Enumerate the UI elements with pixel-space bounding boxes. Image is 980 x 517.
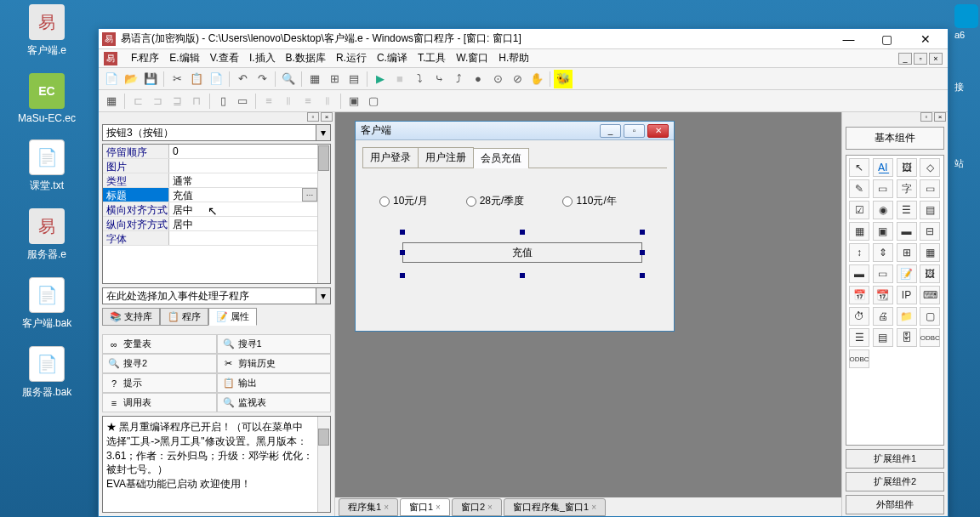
property-value[interactable]: 居中 (169, 217, 317, 230)
tool-ip[interactable]: IP (897, 286, 917, 304)
center-icon[interactable]: ▣ (345, 92, 363, 111)
cut-icon[interactable]: ✂ (168, 70, 186, 88)
tool-tab[interactable]: 📋输出 (217, 373, 332, 393)
tool-hotkey[interactable]: ⌨ (920, 286, 940, 304)
desktop-icon[interactable]: ECMaSu-EC.ec (9, 73, 85, 124)
tool-slider[interactable]: ⊟ (920, 222, 940, 241)
tool-tab[interactable]: ≡调用表 (102, 393, 217, 412)
property-row[interactable]: 横向对齐方式居中 (103, 202, 317, 217)
desktop-icon[interactable]: a6 (954, 4, 980, 55)
tool-picture[interactable]: 🖼 (897, 158, 917, 177)
form-titlebar[interactable]: 客户端 _ ▫ ✕ (356, 122, 674, 140)
breakpoint-icon[interactable]: ● (469, 70, 487, 88)
mdi-close[interactable]: × (929, 53, 943, 65)
menu-compile[interactable]: C.编译 (372, 49, 413, 67)
tool-popup[interactable]: ▤ (873, 328, 893, 347)
toolbox-ext2-button[interactable]: 扩展组件2 (846, 472, 944, 491)
align-left-icon[interactable]: ⊏ (128, 92, 147, 111)
tool-image[interactable]: 🖼 (920, 264, 940, 283)
tool-shape[interactable]: ◇ (920, 158, 940, 177)
tool-tree[interactable]: ⊞ (897, 243, 917, 262)
tool-checkbox[interactable]: ☑ (849, 201, 869, 219)
selection-handle[interactable] (520, 273, 525, 278)
tool-tab[interactable]: ?提示 (102, 373, 217, 393)
tool-edit[interactable]: ✎ (849, 179, 869, 198)
grid-icon[interactable]: ▦ (102, 92, 121, 111)
panel-dock-icon[interactable]: ▫ (307, 112, 319, 122)
form-maximize-icon[interactable]: ▫ (624, 124, 645, 138)
hand-icon[interactable]: ✋ (527, 70, 546, 88)
bee-icon[interactable]: 🐝 (554, 70, 573, 88)
selection-handle[interactable] (640, 250, 645, 255)
form-minimize-icon[interactable]: _ (600, 124, 621, 138)
tool-odbc[interactable]: ODBC (920, 328, 940, 347)
toolbox-external-button[interactable]: 外部组件 (846, 495, 944, 514)
close-button[interactable]: ✕ (906, 30, 944, 48)
property-row[interactable]: 标题充值… (103, 188, 317, 202)
desktop-icon[interactable]: 接 (954, 81, 980, 132)
property-value[interactable]: 0 (169, 145, 317, 158)
tool-tab[interactable]: 🔍搜寻1 (217, 334, 332, 354)
redo-icon[interactable]: ↷ (253, 70, 271, 88)
tool-text[interactable]: 字 (897, 179, 917, 198)
form-body[interactable]: 用户登录 用户注册 会员充值 10元/月 28元/季度 110元/年 充值 (356, 140, 674, 331)
tool-combo[interactable]: ▤ (920, 201, 940, 219)
layout-icon[interactable]: ▦ (305, 70, 324, 88)
menu-insert[interactable]: I.插入 (244, 49, 281, 67)
tab-program[interactable]: 📋 程序 (160, 308, 208, 326)
menu-program[interactable]: F.程序 (126, 49, 164, 67)
tool-timer[interactable]: ⏱ (849, 307, 869, 326)
property-row[interactable]: 字体 (103, 231, 317, 246)
minimize-button[interactable]: — (829, 30, 868, 48)
tool-odbc2[interactable]: ODBC (849, 349, 869, 368)
tab-properties[interactable]: 📝 属性 (208, 308, 257, 326)
property-row[interactable]: 纵向对齐方式居中 (103, 217, 317, 231)
tool-scroll[interactable]: ↕ (849, 243, 869, 262)
new-icon[interactable]: 📄 (102, 70, 121, 88)
open-icon[interactable]: 📂 (122, 70, 140, 88)
scrollbar[interactable] (317, 417, 330, 512)
tool-status[interactable]: ▭ (873, 264, 893, 283)
tool-spin[interactable]: ⇕ (873, 243, 893, 262)
tab-close-icon[interactable]: × (436, 503, 441, 512)
doc-tab[interactable]: 窗口2× (452, 498, 502, 516)
spacing-icon[interactable]: ⫴ (279, 92, 298, 111)
tool-richtext[interactable]: 📝 (897, 264, 917, 283)
titlebar[interactable]: 易 易语言(加密狗版) - C:\Users\lenovo\Desktop\客户… (99, 29, 948, 49)
tool-button[interactable]: ▭ (873, 179, 893, 198)
desktop-icon[interactable]: 📄服务器.bak (9, 346, 85, 400)
layout-icon[interactable]: ▤ (345, 70, 363, 88)
tool-print[interactable]: 🖨 (873, 307, 893, 326)
toolbox-ext1-button[interactable]: 扩展组件1 (846, 449, 944, 469)
desktop-icon[interactable]: 📄课堂.txt (9, 139, 85, 193)
tool-listview[interactable]: ▦ (920, 243, 940, 262)
undo-icon[interactable]: ↶ (233, 70, 252, 88)
tab-close-icon[interactable]: × (487, 503, 493, 512)
paste-icon[interactable]: 📄 (207, 70, 225, 88)
distribute-icon[interactable]: ▯ (214, 92, 232, 111)
tab-close-icon[interactable]: × (384, 503, 389, 512)
menu-database[interactable]: B.数据库 (281, 49, 331, 67)
tab-login[interactable]: 用户登录 (362, 147, 419, 168)
run-icon[interactable]: ▶ (371, 70, 390, 88)
doc-tab[interactable]: 窗口程序集_窗口1× (504, 498, 606, 516)
tab-close-icon[interactable]: × (591, 503, 596, 512)
selection-handle[interactable] (640, 273, 645, 278)
property-value[interactable]: 通常 (169, 173, 317, 187)
menu-window[interactable]: W.窗口 (451, 49, 493, 67)
find-icon[interactable]: 🔍 (279, 70, 298, 88)
tool-label[interactable]: A̲I̲ (873, 158, 893, 177)
recharge-button[interactable]: 充值 (402, 242, 642, 263)
tool-db[interactable]: 🗄 (897, 328, 917, 347)
tool-tab[interactable]: 🔍监视表 (217, 393, 332, 412)
property-value[interactable] (169, 159, 317, 173)
tool-date[interactable]: 📅 (849, 286, 869, 304)
property-row[interactable]: 类型通常 (103, 173, 317, 188)
spacing-icon[interactable]: ⫴ (318, 92, 337, 111)
selection-handle[interactable] (400, 230, 405, 235)
panel-close-icon[interactable]: × (934, 112, 946, 122)
property-row[interactable]: 图片 (103, 159, 317, 173)
tool-frame[interactable]: ▭ (920, 179, 940, 198)
save-icon[interactable]: 💾 (141, 70, 160, 88)
property-value[interactable]: 居中 (169, 202, 317, 216)
